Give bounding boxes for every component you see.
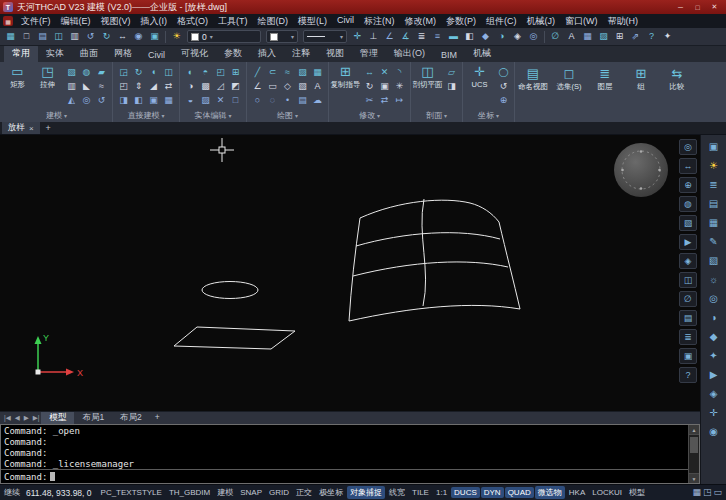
menu-item-11[interactable]: 修改(M) xyxy=(400,15,442,28)
about-button[interactable]: ✦ xyxy=(660,30,675,44)
flatshot-button[interactable]: ▱ xyxy=(444,65,459,79)
save-file-button[interactable]: ◫ xyxy=(51,30,66,44)
status-toggle-12[interactable]: DUCS xyxy=(451,487,480,498)
osnap-button[interactable]: ✛ xyxy=(350,30,365,44)
help-button[interactable]: ? xyxy=(679,367,697,383)
status-toggle-1[interactable]: PC_TEXTSTYLE xyxy=(98,487,165,498)
table-style-button[interactable]: ▦ xyxy=(580,30,595,44)
help-button[interactable]: ? xyxy=(644,30,659,44)
ribbon-tab-7[interactable]: 参数 xyxy=(216,46,250,62)
move-button[interactable]: ↔ xyxy=(362,65,377,79)
live-section-button[interactable]: ◨ xyxy=(444,79,459,93)
intersect-button[interactable]: ◒ xyxy=(183,93,198,107)
copy-button[interactable]: ▣ xyxy=(377,79,392,93)
sheetset-button[interactable]: ▤ xyxy=(704,196,724,211)
menu-item-8[interactable]: 模型(L) xyxy=(293,15,332,28)
status-toggle-3[interactable]: 建模 xyxy=(214,486,236,499)
revision-cloud-button[interactable]: ☁ xyxy=(310,93,325,107)
dm-push-button[interactable]: ◲ xyxy=(116,65,131,79)
subtract-button[interactable]: ◑ xyxy=(183,79,198,93)
views-button[interactable]: ◈ xyxy=(704,386,724,401)
ribbon-tab-8[interactable]: 插入 xyxy=(250,46,284,62)
measure-button[interactable]: ∅ xyxy=(548,30,563,44)
first-layout-button[interactable]: |◀ xyxy=(2,414,13,422)
settings-button[interactable]: ✛ xyxy=(704,405,724,420)
layout-tab-2[interactable]: 布局1 xyxy=(74,412,112,425)
rectangle-button[interactable]: ▭ xyxy=(265,79,280,93)
dm-pull-button[interactable]: ◰ xyxy=(116,79,131,93)
color-combo[interactable]: ▾ xyxy=(266,30,298,43)
layer-combo[interactable]: 0 ▾ xyxy=(187,30,261,43)
menu-item-6[interactable]: 工具(T) xyxy=(213,15,253,28)
menu-item-16[interactable]: 帮助(H) xyxy=(603,15,644,28)
markup-button[interactable]: ✎ xyxy=(704,234,724,249)
view-3d-button[interactable]: ◈ xyxy=(510,30,525,44)
menu-item-9[interactable]: Civil xyxy=(332,15,359,28)
selection-button[interactable]: ◻选集(S) xyxy=(551,62,587,122)
motion-button[interactable]: ▶ xyxy=(704,367,724,382)
line-button[interactable]: ╱ xyxy=(250,65,265,79)
mirror-button[interactable]: ⇄ xyxy=(377,93,392,107)
camera-button[interactable]: ◎ xyxy=(526,30,541,44)
model-space-button[interactable]: ▦ xyxy=(692,488,701,497)
ribbon-tab-1[interactable]: 常用 xyxy=(4,46,38,62)
lights-button[interactable]: ✦ xyxy=(704,348,724,363)
parallelogram-entity[interactable] xyxy=(174,327,295,349)
torus-button[interactable]: ◎ xyxy=(79,93,94,107)
section-button[interactable]: ◫ xyxy=(679,272,697,288)
ribbon-tab-14[interactable]: 机械 xyxy=(465,46,499,62)
status-toggle-6[interactable]: 正交 xyxy=(293,486,315,499)
rotate-button[interactable]: ↻ xyxy=(362,79,377,93)
otrack-button[interactable]: ∡ xyxy=(398,30,413,44)
status-toggle-5[interactable]: GRID xyxy=(266,487,292,498)
dm-pattern-button[interactable]: ▦ xyxy=(161,93,176,107)
materials-button[interactable]: ◆ xyxy=(704,329,724,344)
ortho-button[interactable]: ⊥ xyxy=(366,30,381,44)
gradient-button[interactable]: ▧ xyxy=(295,79,310,93)
fullscreen-button[interactable]: ◳ xyxy=(703,488,712,497)
box-button[interactable]: ▧ xyxy=(64,65,79,79)
show-motion-button[interactable]: ▶ xyxy=(679,234,697,250)
open-file-button[interactable]: ▤ xyxy=(35,30,50,44)
cube-button[interactable]: ▧ xyxy=(704,253,724,268)
properties-button[interactable]: ▣ xyxy=(147,30,162,44)
menu-app-icon[interactable]: ▦ xyxy=(3,16,13,26)
named-views-button[interactable]: ▤命名视图 xyxy=(515,62,551,122)
navigation-sphere[interactable] xyxy=(614,143,668,197)
info-button[interactable]: ◉ xyxy=(704,424,724,439)
erase-button[interactable]: ✕ xyxy=(377,65,392,79)
color-picker-button[interactable]: ◧ xyxy=(462,30,477,44)
status-toggle-4[interactable]: SNAP xyxy=(237,487,265,498)
undo-button[interactable]: ↺ xyxy=(83,30,98,44)
status-toggle-7[interactable]: 极坐标 xyxy=(316,486,346,499)
loft-button[interactable]: ≈ xyxy=(94,79,109,93)
menu-item-4[interactable]: 插入(I) xyxy=(136,15,173,28)
menu-item-15[interactable]: 窗口(W) xyxy=(560,15,603,28)
spline-button[interactable]: ≈ xyxy=(280,65,295,79)
status-toggle-18[interactable]: 模型 xyxy=(626,486,648,499)
polyline-button[interactable]: ∠ xyxy=(250,79,265,93)
panel-label-5[interactable]: 修改▾ xyxy=(329,109,410,122)
bulb-button[interactable]: ☀ xyxy=(169,30,184,44)
text-style-button[interactable]: A xyxy=(564,30,579,44)
panel-label-2[interactable]: 直接建模▾ xyxy=(113,109,179,122)
menu-item-5[interactable]: 格式(O) xyxy=(172,15,213,28)
menu-item-14[interactable]: 机械(J) xyxy=(522,15,561,28)
cone-button[interactable]: ◭ xyxy=(64,93,79,107)
dm-split-button[interactable]: ◫ xyxy=(161,65,176,79)
panel-label-7[interactable]: 坐标▾ xyxy=(463,109,514,122)
polysolid-button[interactable]: ▰ xyxy=(94,65,109,79)
bulb-button[interactable]: ☀ xyxy=(704,158,724,173)
panel-label-1[interactable]: 建模▾ xyxy=(1,109,112,122)
wedge-button[interactable]: ◣ xyxy=(79,79,94,93)
dm-scale-button[interactable]: ⇕ xyxy=(131,79,146,93)
revolve-button[interactable]: ↺ xyxy=(94,93,109,107)
pan-button[interactable]: ↔ xyxy=(115,30,130,44)
panel-label-6[interactable]: 剖面▾ xyxy=(411,109,462,122)
extract-edges-button[interactable]: ▨ xyxy=(198,93,213,107)
trim-button[interactable]: ✂ xyxy=(362,93,377,107)
pan-button[interactable]: ↔ xyxy=(679,158,697,174)
circle-button[interactable]: ○ xyxy=(250,93,265,107)
camera-button[interactable]: ◎ xyxy=(704,291,724,306)
dm-chamfer-button[interactable]: ◢ xyxy=(146,79,161,93)
